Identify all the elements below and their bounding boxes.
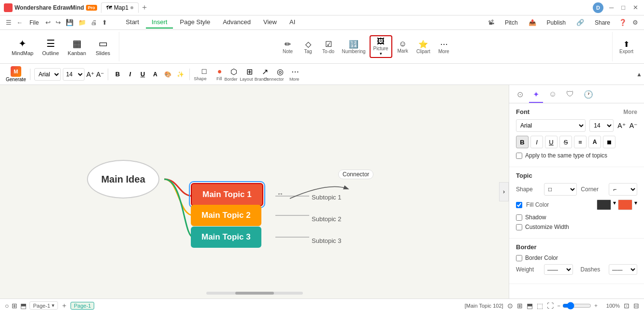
page-1-tag[interactable]: Page-1 ▾ [29, 301, 57, 310]
back-arrow-icon[interactable]: ← [14, 18, 25, 27]
fill-color-checkbox[interactable] [516, 202, 522, 208]
split-view-button[interactable]: ⊞ [517, 302, 523, 310]
panel-size-decrease[interactable]: A⁻ [630, 122, 637, 129]
panel-italic-button[interactable]: I [530, 136, 543, 148]
tab-insert[interactable]: Insert [146, 16, 173, 28]
outline-button[interactable]: ☰ Outline [38, 36, 63, 58]
status-icon-2[interactable]: ⊞ [12, 302, 17, 310]
main-idea-node[interactable]: Main Idea [87, 160, 159, 199]
toolbar-expand-button[interactable]: ▲ [636, 71, 642, 78]
weight-selector[interactable]: —— [544, 264, 573, 275]
tab-pagestyle[interactable]: Page Style [174, 16, 216, 28]
fit-page-button[interactable]: ⊙ [507, 302, 513, 310]
add-page-button[interactable]: ＋ [61, 301, 68, 310]
close-button[interactable]: ✕ [631, 4, 640, 11]
page-1-active-tab[interactable]: Page-1 [71, 302, 94, 310]
customize-width-checkbox[interactable] [516, 224, 522, 230]
panel-size-increase[interactable]: A⁺ [617, 122, 625, 129]
italic-button[interactable]: I [125, 69, 135, 80]
apply-same-type-checkbox[interactable] [516, 153, 522, 159]
panel-strikethrough-button[interactable]: S [559, 136, 572, 148]
connector-button[interactable]: ◎ Connector [271, 68, 285, 81]
minimize-panel-button[interactable]: ⊟ [633, 302, 639, 310]
panel-tab-style[interactable]: ✦ [529, 87, 543, 103]
share-icon[interactable]: 🔗 [574, 18, 586, 27]
share-button[interactable]: Share [590, 18, 615, 28]
kanban-button[interactable]: ▦ Kanban [64, 36, 90, 58]
minimize-button[interactable]: ─ [607, 4, 615, 11]
menu-file[interactable]: File [26, 18, 43, 28]
border-color-checkbox[interactable] [516, 255, 522, 261]
numbering-button[interactable]: 🔢 Numbering [339, 39, 369, 55]
panel-tab-emoji[interactable]: ☺ [545, 87, 560, 103]
todo-button[interactable]: ☑ To-do [319, 39, 338, 55]
mark-button[interactable]: ☺ Mark [393, 39, 413, 55]
horizontal-scrollbar[interactable] [206, 292, 303, 295]
panel-size-selector[interactable]: 14 [589, 119, 614, 132]
export-button[interactable]: ⬆ Export [616, 39, 636, 55]
panel-tab-shield[interactable]: 🛡 [562, 87, 578, 103]
help-button[interactable]: ❓ [619, 19, 627, 26]
highlight-button[interactable]: 🎨 [162, 69, 173, 80]
tab-ai[interactable]: AI [284, 16, 301, 28]
slides-button[interactable]: ▭ Slides [91, 36, 115, 58]
undo-button[interactable]: ↩ [43, 18, 53, 27]
panel-text-color-button[interactable]: A [588, 136, 601, 148]
panel-highlight-button[interactable]: ◼ [603, 136, 615, 148]
shadow-checkbox[interactable] [516, 214, 522, 221]
fullscreen-button[interactable]: ⛶ [547, 302, 554, 310]
bold-button[interactable]: B [112, 69, 123, 80]
topic-2-node[interactable]: Main Topic 2 [191, 205, 261, 226]
font-selector[interactable]: Arial [34, 68, 61, 81]
fill-color-main-dropdown[interactable]: ▾ [634, 199, 637, 210]
status-icon-3[interactable]: ⬒ [20, 302, 27, 310]
focus-button[interactable]: ⬒ [527, 302, 533, 310]
picture-button[interactable]: 🖼 Picture ▾ [370, 35, 392, 58]
panel-tab-clock[interactable]: 🕐 [580, 87, 597, 103]
save-button[interactable]: 💾 [64, 18, 75, 27]
export-icon[interactable]: ⬆ [100, 18, 109, 27]
connector-node[interactable]: Connector [338, 170, 373, 179]
zoom-slider[interactable] [562, 302, 591, 310]
topic-3-node[interactable]: Main Topic 3 [191, 227, 261, 248]
fill-color-dropdown[interactable]: ▾ [613, 199, 616, 210]
fill-button[interactable]: ● Fill [209, 68, 223, 81]
more-button[interactable]: ⋯ More [434, 39, 454, 55]
shape-selector[interactable]: □ [544, 183, 577, 196]
subtopic-2[interactable]: Subtopic 2 [312, 215, 341, 223]
canvas[interactable]: Main Idea Main Topic 1 ↔ Main Topic 2 Ma… [0, 85, 509, 298]
font-color-button[interactable]: A [150, 69, 160, 80]
panel-align-button[interactable]: ≡ [574, 136, 587, 148]
topic-1-node[interactable]: Main Topic 1 [191, 183, 263, 206]
font-size-increase[interactable]: A⁺ [86, 71, 94, 78]
zoom-out-button[interactable]: − [558, 303, 560, 309]
panel-font-selector[interactable]: Arial [516, 119, 586, 132]
subtopic-1[interactable]: Subtopic 1 [312, 194, 341, 201]
more-tools-button[interactable]: ⋯ More [286, 68, 300, 81]
zoom-in-button[interactable]: ＋ [593, 302, 599, 309]
map-tab[interactable]: 🗺 Map1 [101, 2, 139, 13]
panel-underline-button[interactable]: U [545, 136, 558, 148]
note-button[interactable]: ✏ Note [278, 39, 298, 55]
fill-color-swatch[interactable] [618, 199, 632, 210]
layout-button[interactable]: ⊞ Layout [240, 68, 254, 81]
text-effects-button[interactable]: ✨ [175, 69, 186, 80]
status-icon-1[interactable]: ○ [5, 302, 9, 310]
tab-view[interactable]: View [258, 16, 283, 28]
zen-button[interactable]: ⬚ [537, 302, 543, 310]
clipart-button[interactable]: ⭐ Clipart [414, 39, 433, 55]
subtopic-3[interactable]: Subtopic 3 [312, 237, 341, 244]
panel-expand-button[interactable]: › [499, 182, 509, 201]
mindmap-button[interactable]: ✦ MindMap [8, 36, 37, 58]
fill-color-dark-swatch[interactable] [597, 199, 611, 210]
add-tab-button[interactable]: ＋ [141, 2, 148, 13]
scrollbar-thumb[interactable] [235, 292, 274, 295]
corner-selector[interactable]: ⌐ [609, 183, 637, 196]
font-more-button[interactable]: More [623, 109, 637, 115]
pitch-icon[interactable]: 📽 [486, 18, 496, 27]
folder-button[interactable]: 📁 [76, 18, 88, 27]
redo-button[interactable]: ↪ [54, 18, 63, 27]
settings-icon[interactable]: ⚙ [630, 18, 640, 27]
font-size-decrease[interactable]: A⁻ [96, 71, 104, 78]
tag-button[interactable]: ◇ Tag [299, 39, 318, 55]
